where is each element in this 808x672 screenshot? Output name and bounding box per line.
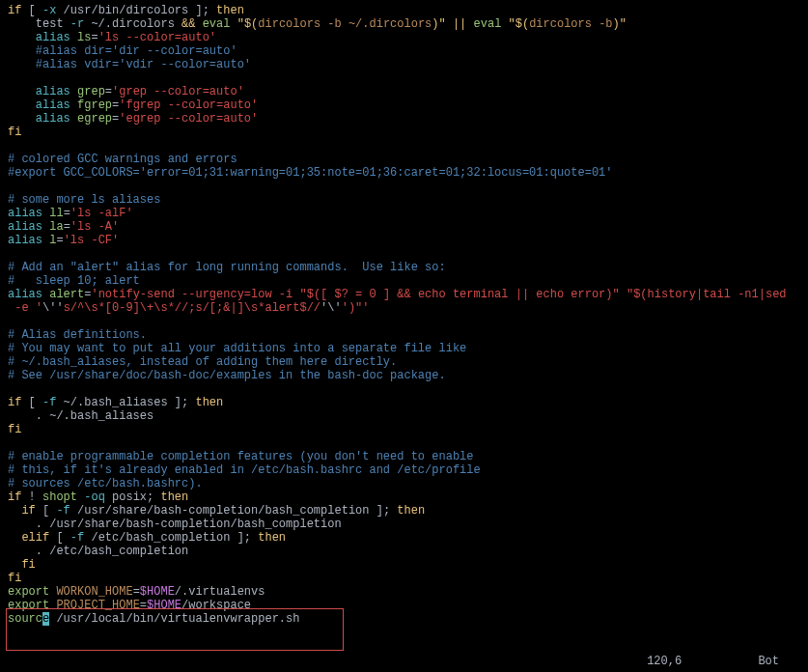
- code-line[interactable]: . /etc/bash_completion: [8, 545, 800, 558]
- code-line[interactable]: # enable programmable completion feature…: [8, 450, 800, 463]
- code-line[interactable]: #alias dir='dir --color=auto': [8, 44, 800, 58]
- code-line[interactable]: # sources /etc/bash.bashrc).: [8, 477, 800, 490]
- status-bar: 120,6 Bot: [647, 655, 779, 668]
- code-line[interactable]: alias egrep='egrep --color=auto': [8, 112, 800, 126]
- code-line[interactable]: # Add an "alert" alias for long running …: [8, 261, 800, 274]
- code-line[interactable]: [8, 180, 800, 193]
- code-line[interactable]: if [ -x /usr/bin/dircolors ]; then: [8, 4, 800, 17]
- code-line[interactable]: source /usr/local/bin/virtualenvwrapper.…: [8, 612, 800, 626]
- code-line[interactable]: [8, 436, 800, 450]
- code-line[interactable]: . ~/.bash_aliases: [8, 409, 800, 423]
- code-line[interactable]: [8, 247, 800, 261]
- code-line[interactable]: alias grep='grep --color=auto': [8, 85, 800, 98]
- code-line[interactable]: -e '\''s/^\s*[0-9]\+\s*//;s/[;&|]\s*aler…: [8, 301, 800, 315]
- code-line[interactable]: # some more ls aliases: [8, 193, 800, 207]
- code-line[interactable]: if [ -f /usr/share/bash-completion/bash_…: [8, 504, 800, 518]
- code-line[interactable]: # See /usr/share/doc/bash-doc/examples i…: [8, 369, 800, 382]
- code-line[interactable]: test -r ~/.dircolors && eval "$(dircolor…: [8, 17, 800, 31]
- code-line[interactable]: [8, 382, 800, 396]
- code-line[interactable]: alias fgrep='fgrep --color=auto': [8, 98, 800, 112]
- code-line[interactable]: alias ll='ls -alF': [8, 207, 800, 220]
- code-line[interactable]: [8, 315, 800, 328]
- code-line[interactable]: if [ -f ~/.bash_aliases ]; then: [8, 396, 800, 409]
- code-line[interactable]: #export GCC_COLORS='error=01;31:warning=…: [8, 166, 800, 180]
- code-line[interactable]: # this, if it's already enabled in /etc/…: [8, 463, 800, 477]
- code-line[interactable]: fi: [8, 423, 800, 436]
- code-line[interactable]: # sleep 10; alert: [8, 274, 800, 288]
- code-line[interactable]: # You may want to put all your additions…: [8, 342, 800, 355]
- code-line[interactable]: alias alert='notify-send --urgency=low -…: [8, 288, 800, 301]
- code-line[interactable]: alias ls='ls --color=auto': [8, 31, 800, 44]
- code-line[interactable]: alias l='ls -CF': [8, 234, 800, 247]
- code-line[interactable]: [8, 71, 800, 85]
- code-line[interactable]: . /usr/share/bash-completion/bash_comple…: [8, 518, 800, 531]
- code-line[interactable]: export WORKON_HOME=$HOME/.virtualenvs: [8, 585, 800, 599]
- code-line[interactable]: fi: [8, 572, 800, 585]
- code-line[interactable]: fi: [8, 558, 800, 572]
- code-line[interactable]: if ! shopt -oq posix; then: [8, 490, 800, 504]
- code-line[interactable]: # colored GCC warnings and errors: [8, 153, 800, 166]
- code-line[interactable]: alias la='ls -A': [8, 220, 800, 234]
- code-line[interactable]: # Alias definitions.: [8, 328, 800, 342]
- code-line[interactable]: export PROJECT_HOME=$HOME/workspace: [8, 599, 800, 612]
- editor-viewport[interactable]: if [ -x /usr/bin/dircolors ]; then test …: [0, 0, 808, 630]
- code-line[interactable]: fi: [8, 126, 800, 139]
- code-line[interactable]: #alias vdir='vdir --color=auto': [8, 58, 800, 71]
- scroll-indicator: Bot: [758, 655, 779, 668]
- code-line[interactable]: # ~/.bash_aliases, instead of adding the…: [8, 355, 800, 369]
- code-line[interactable]: [8, 139, 800, 153]
- cursor-position: 120,6: [647, 655, 682, 668]
- code-line[interactable]: elif [ -f /etc/bash_completion ]; then: [8, 531, 800, 545]
